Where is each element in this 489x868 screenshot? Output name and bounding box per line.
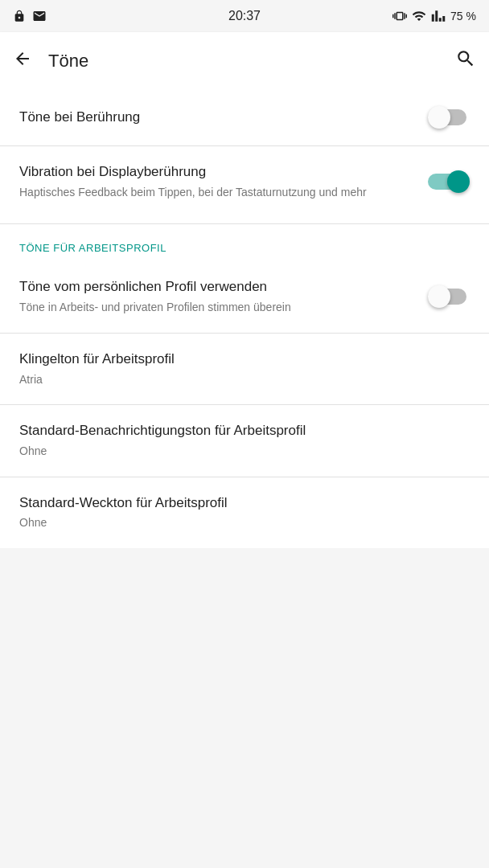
- setting-text: Töne bei Berührung: [19, 108, 428, 127]
- toggle-thumb: [428, 285, 450, 308]
- setting-subtitle: Ohne: [19, 515, 457, 531]
- app-bar-left: Töne: [13, 49, 88, 73]
- status-bar-time: 20:37: [228, 9, 261, 23]
- section-header-text: TÖNE FÜR ARBEITSPROFIL: [19, 242, 166, 254]
- setting-title: Vibration bei Displayberührung: [19, 162, 415, 182]
- setting-subtitle: Töne in Arbeits- und privaten Profilen s…: [19, 300, 415, 316]
- wifi-icon: [412, 9, 426, 23]
- setting-title: Standard-Weckton für Arbeitsprofil: [19, 493, 457, 513]
- signal-icon: [431, 9, 446, 23]
- status-bar-right: 75 %: [392, 9, 476, 23]
- toggle-thumb: [447, 170, 470, 193]
- status-bar-left: [13, 9, 47, 23]
- setting-item-ringtone-work[interactable]: Klingelton für Arbeitsprofil Atria: [0, 334, 489, 404]
- setting-text: Standard-Weckton für Arbeitsprofil Ohne: [19, 493, 470, 531]
- search-button[interactable]: [455, 48, 476, 74]
- setting-text: Klingelton für Arbeitsprofil Atria: [19, 350, 470, 387]
- toggle-thumb: [428, 106, 450, 129]
- setting-title: Standard-Benachrichtigungston für Arbeit…: [19, 421, 457, 440]
- toggle-touch-tones[interactable]: [428, 106, 470, 129]
- status-bar: 20:37 75 %: [0, 0, 489, 32]
- section-header-work: TÖNE FÜR ARBEITSPROFIL: [0, 224, 489, 261]
- setting-item-touch-tones[interactable]: Töne bei Berührung: [0, 90, 489, 145]
- setting-item-alarm-work[interactable]: Standard-Weckton für Arbeitsprofil Ohne: [0, 477, 489, 548]
- page-title: Töne: [48, 51, 88, 72]
- setting-text: Töne vom persönlichen Profil verwenden T…: [19, 277, 428, 315]
- vibrate-icon: [392, 9, 407, 23]
- settings-list: Töne bei Berührung Vibration bei Display…: [0, 90, 489, 548]
- setting-subtitle: Atria: [19, 372, 457, 388]
- setting-item-notification-work[interactable]: Standard-Benachrichtigungston für Arbeit…: [0, 405, 489, 476]
- setting-title: Töne vom persönlichen Profil verwenden: [19, 277, 415, 297]
- setting-item-personal-tones[interactable]: Töne vom persönlichen Profil verwenden T…: [0, 261, 489, 332]
- lock-icon: [13, 10, 26, 23]
- setting-subtitle: Haptisches Feedback beim Tippen, bei der…: [19, 185, 415, 201]
- setting-text: Vibration bei Displayberührung Haptische…: [19, 162, 428, 200]
- toggle-personal-tones[interactable]: [428, 285, 470, 308]
- setting-subtitle: Ohne: [19, 444, 457, 460]
- back-button[interactable]: [13, 49, 32, 73]
- app-bar: Töne: [0, 32, 489, 90]
- mail-icon: [32, 9, 47, 23]
- setting-text: Standard-Benachrichtigungston für Arbeit…: [19, 421, 470, 459]
- setting-title: Töne bei Berührung: [19, 108, 415, 127]
- toggle-vibration[interactable]: [428, 170, 470, 193]
- setting-title: Klingelton für Arbeitsprofil: [19, 350, 457, 369]
- battery-level: 75 %: [450, 10, 476, 23]
- setting-item-vibration[interactable]: Vibration bei Displayberührung Haptische…: [0, 146, 489, 217]
